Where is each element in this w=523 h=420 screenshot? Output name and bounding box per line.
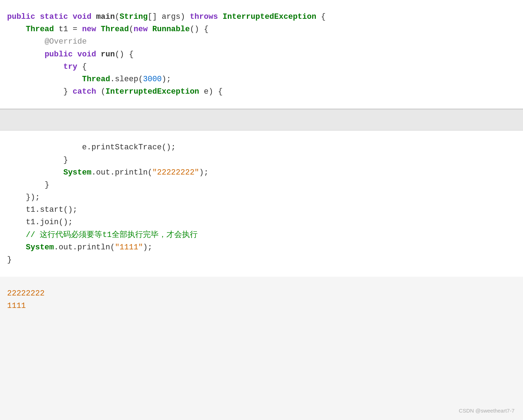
output-pre: 22222222 1111 [7, 287, 516, 312]
watermark: CSDN @sweetheart7-7 [459, 408, 514, 414]
code-bottom-pre: e.printStackTrace(); } System.out.printl… [7, 141, 516, 266]
output-line2: 1111 [7, 302, 26, 310]
code-top-pre: public static void main(String[] args) t… [7, 11, 516, 98]
output-block: 22222222 1111 [0, 277, 523, 420]
code-separator [0, 109, 523, 131]
page-container: public static void main(String[] args) t… [0, 0, 523, 420]
code-block-bottom: e.printStackTrace(); } System.out.printl… [0, 131, 523, 277]
output-line1: 22222222 [7, 289, 45, 298]
code-block-top: public static void main(String[] args) t… [0, 0, 523, 109]
